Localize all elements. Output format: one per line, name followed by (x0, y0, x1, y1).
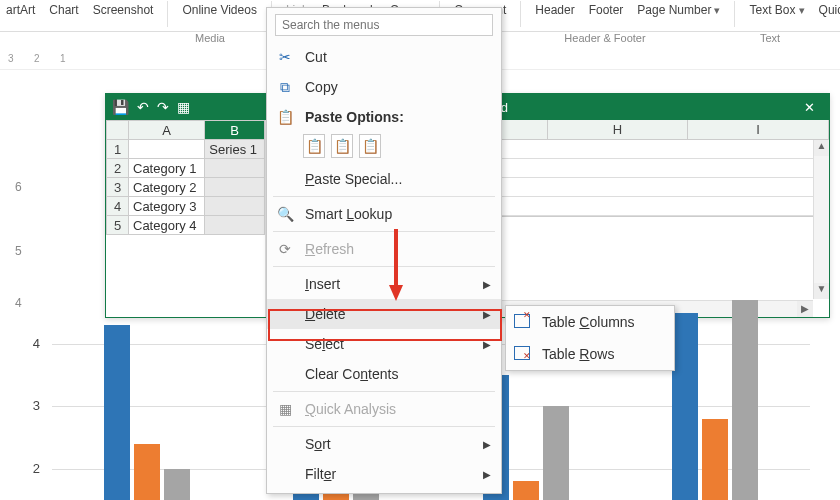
data-grid-left[interactable]: A B 1Series 12Category 13Category 24Cate… (106, 120, 266, 317)
menu-cut[interactable]: ✂Cut (267, 42, 501, 72)
cell[interactable]: Category 1 (129, 159, 205, 178)
row-header[interactable]: 3 (107, 178, 129, 197)
menu-search-input[interactable] (275, 14, 493, 36)
doc-ruler-mark-6: 6 (15, 180, 22, 194)
chevron-right-icon: ▶ (483, 279, 491, 290)
menu-refresh: ⟳Refresh (267, 234, 501, 264)
menu-clear-contents[interactable]: Clear Contents (267, 359, 501, 389)
rib-online-videos[interactable]: Online Videos (182, 1, 257, 17)
rib-smartart[interactable]: artArt (6, 1, 35, 17)
row-header[interactable]: 5 (107, 216, 129, 235)
rib-footer[interactable]: Footer (589, 1, 624, 17)
chevron-right-icon: ▶ (483, 439, 491, 450)
cell[interactable] (205, 178, 265, 197)
paste-formatting-button[interactable]: 📋 (359, 134, 381, 158)
cell[interactable]: Category 2 (129, 178, 205, 197)
col-A-header[interactable]: A (129, 121, 205, 140)
quick-analysis-icon: ▦ (275, 401, 295, 417)
y-tick-label: 3 (33, 398, 40, 413)
rib-page-number[interactable]: Page Number ▾ (637, 1, 720, 17)
bar (164, 469, 190, 500)
row-header[interactable]: 1 (107, 140, 129, 159)
svg-marker-1 (389, 285, 403, 301)
bar (702, 419, 728, 500)
submenu-table-columns[interactable]: Table Columns (506, 306, 674, 338)
bar (104, 325, 130, 500)
scroll-down-icon[interactable]: ▼ (814, 283, 829, 299)
context-menu: ✂Cut ⧉Copy 📋Paste Options: 📋 📋 📋 Paste S… (266, 7, 502, 494)
redo-icon[interactable]: ↷ (157, 99, 169, 115)
save-icon[interactable]: 💾 (112, 99, 129, 115)
annotation-arrow (386, 225, 406, 303)
cell[interactable] (205, 159, 265, 178)
menu-delete[interactable]: Delete▶ (267, 299, 501, 329)
scroll-up-icon[interactable]: ▲ (814, 140, 829, 156)
col-header[interactable]: H (548, 120, 689, 139)
copy-icon: ⧉ (275, 79, 295, 96)
close-button[interactable]: ✕ (795, 94, 823, 120)
menu-paste-special[interactable]: Paste Special... (267, 164, 501, 194)
bar (134, 444, 160, 500)
cell[interactable]: Series 1 (205, 140, 265, 159)
bar (513, 481, 539, 500)
rib-header[interactable]: Header (535, 1, 574, 17)
col-B-header[interactable]: B (205, 121, 265, 140)
bar (543, 406, 569, 500)
delete-rows-icon (514, 346, 532, 362)
rib-screenshot[interactable]: Screenshot (93, 1, 154, 17)
qat-more-icon[interactable]: ▦ (177, 99, 190, 115)
delete-columns-icon (514, 314, 532, 330)
undo-icon[interactable]: ↶ (137, 99, 149, 115)
doc-ruler-mark-5: 5 (15, 244, 22, 258)
menu-filter[interactable]: Filter▶ (267, 459, 501, 489)
cell[interactable] (205, 197, 265, 216)
y-tick-label: 2 (33, 461, 40, 476)
bar (732, 300, 758, 500)
clipboard-icon: 📋 (275, 109, 295, 125)
scissors-icon: ✂ (275, 49, 295, 65)
chevron-right-icon: ▶ (483, 469, 491, 480)
menu-search[interactable] (275, 14, 493, 36)
menu-paste-options-label: 📋Paste Options: (267, 102, 501, 132)
menu-quick-analysis: ▦Quick Analysis (267, 394, 501, 424)
bar-group (52, 300, 242, 500)
rib-textbox[interactable]: Text Box ▾ (749, 1, 804, 17)
row-header[interactable]: 2 (107, 159, 129, 178)
menu-smart-lookup[interactable]: 🔍Smart Lookup (267, 199, 501, 229)
menu-select[interactable]: Select▶ (267, 329, 501, 359)
rib-chart[interactable]: Chart (49, 1, 78, 17)
paste-values-button[interactable]: 📋 (331, 134, 353, 158)
y-tick-label: 4 (33, 336, 40, 351)
rib-quickparts[interactable]: Quick Parts ▾ (819, 1, 840, 17)
cell[interactable]: Category 4 (129, 216, 205, 235)
menu-insert[interactable]: Insert▶ (267, 269, 501, 299)
menu-copy[interactable]: ⧉Copy (267, 72, 501, 102)
bar (672, 313, 698, 501)
col-header[interactable]: I (688, 120, 829, 139)
refresh-icon: ⟳ (275, 241, 295, 257)
vertical-scrollbar[interactable]: ▲ ▼ (813, 140, 829, 299)
cell[interactable]: Category 3 (129, 197, 205, 216)
delete-submenu: Table Columns Table Rows (505, 305, 675, 371)
cell[interactable] (205, 216, 265, 235)
menu-sort[interactable]: Sort▶ (267, 429, 501, 459)
cell[interactable] (129, 140, 205, 159)
chevron-right-icon: ▶ (483, 339, 491, 350)
search-icon: 🔍 (275, 206, 295, 222)
chevron-right-icon: ▶ (483, 309, 491, 320)
submenu-table-rows[interactable]: Table Rows (506, 338, 674, 370)
row-header[interactable]: 4 (107, 197, 129, 216)
paste-keep-source-button[interactable]: 📋 (303, 134, 325, 158)
